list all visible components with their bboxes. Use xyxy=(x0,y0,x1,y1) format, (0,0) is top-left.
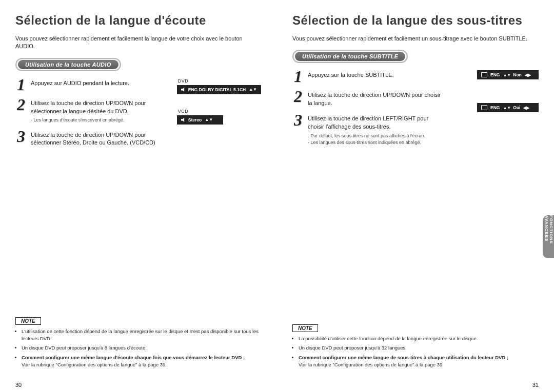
page-31: Sélection de la langue des sous-titres V… xyxy=(277,0,554,392)
updown-icon: ▲▼ xyxy=(249,87,257,92)
steps-list: 1 Appuyez sur AUDIO pendant la lecture. … xyxy=(15,77,172,148)
note-strong: Comment configurer une même langue de so… xyxy=(299,355,508,360)
step-2: 2 Utilisez la touche de direction UP/DOW… xyxy=(15,97,172,124)
osd-toggle: Oui xyxy=(513,105,520,110)
step-main: Utilisez la touche de direction UP/DOWN … xyxy=(31,100,146,114)
page-number: 31 xyxy=(532,382,539,388)
step-1: 1 Appuyez sur AUDIO pendant la lecture. xyxy=(15,77,172,92)
step-number: 2 xyxy=(15,97,27,124)
leftright-icon: ◀▶ xyxy=(523,106,529,110)
step-sub: - Les langues d'écoute s'inscrivent en a… xyxy=(31,117,164,123)
steps-list: 1 Appuyez sur la touche SUBTITLE. 2 Util… xyxy=(292,69,472,146)
manual-spread: Sélection de la langue d'écoute Vous pou… xyxy=(0,0,554,392)
note-section: NOTE L'utilisation de cette fonction dép… xyxy=(15,316,261,370)
page-30: Sélection de la langue d'écoute Vous pou… xyxy=(0,0,277,392)
content-row: 1 Appuyez sur AUDIO pendant la lecture. … xyxy=(15,77,261,148)
intro-text: Vous pouvez sélectionner rapidement et f… xyxy=(15,35,261,51)
speaker-icon xyxy=(181,118,185,122)
subtitle-icon xyxy=(481,105,487,110)
step-sub: - Par défaut, les sous-titres ne sont pa… xyxy=(308,133,441,146)
note-item: L'utilisation de cette fonction dépend d… xyxy=(22,328,261,343)
section-pill-label: Utilisation de la touche SUBTITLE xyxy=(295,52,405,61)
osd-group-dvd: DVD ENG DOLBY DIGITAL 5.1CH ▲▼ xyxy=(177,78,261,94)
note-item: Un disque DVD peut proposer jusqu'à 8 la… xyxy=(22,344,261,352)
content-row: 1 Appuyez sur la touche SUBTITLE. 2 Util… xyxy=(292,69,539,146)
osd-display: ENG ▲▼ Non ◀▶ xyxy=(477,70,539,79)
note-item: Comment configurer une même langue d'éco… xyxy=(22,354,261,369)
note-followup: Voir la rubrique "Configuration des opti… xyxy=(299,362,444,367)
osd-toggle: Non xyxy=(513,72,522,77)
osd-label: DVD xyxy=(178,78,261,84)
page-number: 30 xyxy=(15,382,22,388)
step-number: 3 xyxy=(15,129,27,148)
osd-label: VCD xyxy=(178,109,261,114)
step-number: 2 xyxy=(292,89,304,108)
osd-lang: ENG xyxy=(490,72,500,77)
osd-display: ENG DOLBY DIGITAL 5.1CH ▲▼ xyxy=(177,85,261,94)
osd-display: ENG ▲▼ Oui ◀▶ xyxy=(477,103,539,112)
osd-lang: ENG xyxy=(490,105,500,110)
step-3: 3 Utilisez la touche de direction UP/DOW… xyxy=(15,129,172,148)
section-pill: Utilisation de la touche AUDIO xyxy=(15,58,121,71)
speaker-icon xyxy=(181,88,185,92)
leftright-icon: ◀▶ xyxy=(525,73,531,77)
section-pill-label: Utilisation de la touche AUDIO xyxy=(18,60,118,69)
page-title: Sélection de la langue d'écoute xyxy=(15,13,261,28)
step-text: Utilisez la touche de direction UP/DOWN … xyxy=(308,89,441,108)
step-number: 3 xyxy=(292,113,304,146)
intro-text: Vous pouvez sélectionner rapidement et f… xyxy=(292,35,539,43)
page-title: Sélection de la langue des sous-titres xyxy=(292,13,539,28)
note-section: NOTE La possibilité d'utiliser cette fon… xyxy=(292,323,539,370)
note-label: NOTE xyxy=(15,317,41,325)
updown-icon: ▲▼ xyxy=(503,106,511,110)
note-strong: Comment configurer une même langue d'éco… xyxy=(22,355,245,360)
step-text: Appuyez sur AUDIO pendant la lecture. xyxy=(31,77,129,92)
note-item: La possibilité d'utiliser cette fonction… xyxy=(299,335,539,342)
note-item: Un disque DVD peut proposer jusqu'à 32 l… xyxy=(299,344,539,352)
step-main: Utilisez la touche de direction LEFT/RIG… xyxy=(308,115,428,130)
updown-icon: ▲▼ xyxy=(205,117,213,122)
step-text: Utilisez la touche de direction LEFT/RIG… xyxy=(308,113,441,146)
section-tab-label: FONCTIONS AVANCEES xyxy=(544,215,553,258)
subtitle-icon xyxy=(481,72,487,77)
step-text: Appuyez sur la touche SUBTITLE. xyxy=(308,69,394,84)
step-text: Utilisez la touche de direction UP/DOWN … xyxy=(31,129,164,148)
osd-group-vcd: VCD Stereo ▲▼ xyxy=(177,109,261,125)
osd-value: ENG DOLBY DIGITAL 5.1CH xyxy=(188,87,246,92)
note-label: NOTE xyxy=(292,324,318,332)
osd-column: ENG ▲▼ Non ◀▶ ENG ▲▼ Oui ◀▶ xyxy=(477,70,539,112)
note-list: La possibilité d'utiliser cette fonction… xyxy=(292,335,539,368)
step-2: 2 Utilisez la touche de direction UP/DOW… xyxy=(292,89,472,108)
osd-column: DVD ENG DOLBY DIGITAL 5.1CH ▲▼ VCD Stere… xyxy=(177,78,261,125)
step-3: 3 Utilisez la touche de direction LEFT/R… xyxy=(292,113,472,146)
osd-value: Stereo xyxy=(188,117,202,122)
section-tab: FONCTIONS AVANCEES xyxy=(543,215,554,258)
note-followup: Voir la rubrique "Configuration des opti… xyxy=(22,362,167,367)
updown-icon: ▲▼ xyxy=(503,73,511,77)
step-1: 1 Appuyez sur la touche SUBTITLE. xyxy=(292,69,472,84)
step-text: Utilisez la touche de direction UP/DOWN … xyxy=(31,97,164,124)
note-item: Comment configurer une même langue de so… xyxy=(299,354,539,369)
note-list: L'utilisation de cette fonction dépend d… xyxy=(15,328,261,368)
step-number: 1 xyxy=(15,77,27,92)
step-number: 1 xyxy=(292,69,304,84)
section-pill: Utilisation de la touche SUBTITLE xyxy=(292,50,408,63)
osd-display: Stereo ▲▼ xyxy=(177,115,223,125)
